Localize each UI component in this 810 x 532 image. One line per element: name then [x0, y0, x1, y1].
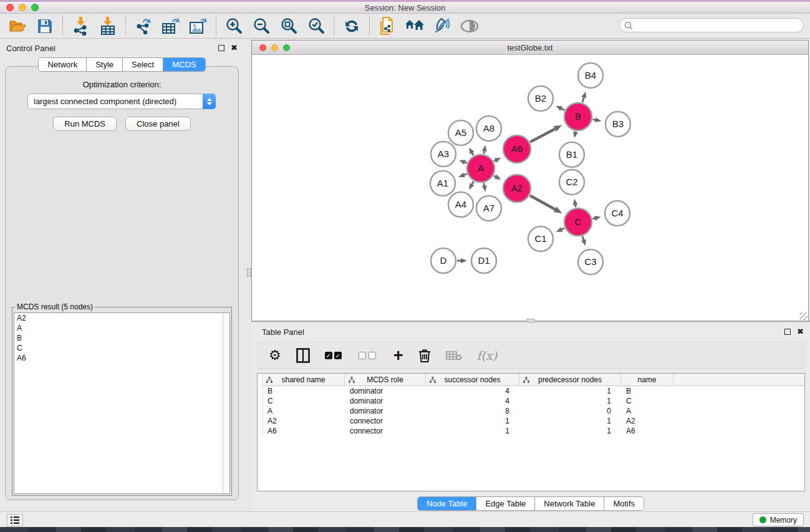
graph-node-C2[interactable]: C2: [559, 170, 584, 195]
graph-node-D[interactable]: D: [431, 248, 456, 273]
mcds-result-list[interactable]: A2ABCA6: [14, 312, 230, 494]
table-cell[interactable]: 1: [519, 416, 621, 426]
tab-select[interactable]: Select: [123, 58, 163, 71]
table-cell[interactable]: 8: [426, 406, 519, 416]
graph-node-A[interactable]: A: [467, 155, 494, 182]
table-cell[interactable]: 1: [519, 396, 621, 406]
task-history-button[interactable]: [7, 514, 23, 526]
close-panel-icon[interactable]: ✖: [231, 45, 238, 51]
zoom-fit-icon[interactable]: [279, 16, 299, 36]
select-all-columns-icon[interactable]: ✓✓: [325, 346, 344, 365]
tab-node-table[interactable]: Node Table: [418, 497, 477, 510]
table-cell[interactable]: 1: [426, 426, 519, 436]
table-cell[interactable]: B: [263, 386, 345, 396]
table-row[interactable]: Bdominator41B: [258, 386, 804, 396]
float-panel-icon[interactable]: [218, 45, 224, 51]
table-cell[interactable]: dominator: [345, 406, 426, 416]
import-network-icon[interactable]: [70, 16, 90, 36]
graph-node-C[interactable]: C: [564, 208, 592, 236]
column-header-name[interactable]: name: [621, 374, 673, 386]
table-cell[interactable]: connector: [345, 416, 426, 426]
result-list-item[interactable]: B: [14, 333, 229, 343]
zoom-out-icon[interactable]: [251, 16, 271, 36]
table-cell[interactable]: 1: [426, 416, 519, 426]
tab-mcds[interactable]: MCDS: [163, 58, 205, 71]
table-cell[interactable]: A2: [263, 416, 345, 426]
float-table-panel-icon[interactable]: [784, 329, 791, 335]
tab-network[interactable]: Network: [39, 58, 87, 71]
result-list-item[interactable]: A2: [14, 313, 229, 323]
table-row[interactable]: A2connector11A2: [258, 416, 804, 426]
tab-network-table[interactable]: Network Table: [535, 497, 604, 510]
refresh-layout-icon[interactable]: [342, 16, 362, 36]
table-row[interactable]: Adominator80A: [258, 406, 804, 416]
delete-table-icon[interactable]: [446, 346, 462, 365]
table-row[interactable]: A6connector11A6: [258, 426, 804, 436]
graph-node-A2[interactable]: A2: [503, 175, 531, 202]
table-settings-gear-icon[interactable]: ⚙: [269, 346, 281, 365]
table-cell[interactable]: connector: [345, 426, 426, 436]
memory-button[interactable]: Memory: [753, 513, 804, 526]
result-list-scrollbar[interactable]: [223, 313, 229, 493]
criterion-dropdown[interactable]: largest connected component (directed): [27, 94, 216, 109]
show-columns-icon[interactable]: [296, 346, 310, 365]
table-cell[interactable]: C: [263, 396, 345, 406]
table-cell[interactable]: B: [621, 386, 673, 396]
table-cell[interactable]: A6: [263, 426, 345, 436]
graph-node-B3[interactable]: B3: [605, 112, 630, 137]
graph-node-C3[interactable]: C3: [578, 249, 603, 274]
network-window-titlebar[interactable]: testGlobe.txt: [252, 41, 808, 55]
column-header-successor-nodes[interactable]: successor nodes: [426, 374, 519, 386]
table-cell[interactable]: A2: [621, 416, 673, 426]
add-column-icon[interactable]: +: [393, 346, 403, 365]
table-cell[interactable]: A: [621, 406, 673, 416]
graph-node-A5[interactable]: A5: [448, 120, 473, 145]
open-session-icon[interactable]: [7, 16, 27, 36]
result-list-item[interactable]: C: [14, 343, 229, 353]
table-row[interactable]: Cdominator41C: [258, 396, 804, 406]
graph-node-C4[interactable]: C4: [605, 201, 630, 226]
tab-edge-table[interactable]: Edge Table: [476, 497, 535, 510]
search-field[interactable]: [619, 18, 804, 32]
save-session-icon[interactable]: [35, 16, 55, 36]
graph-node-B[interactable]: B: [564, 103, 592, 130]
export-network-icon[interactable]: [133, 16, 153, 36]
table-cell[interactable]: 1: [519, 386, 621, 396]
close-table-panel-icon[interactable]: ✖: [797, 329, 804, 335]
table-cell[interactable]: 4: [426, 396, 519, 406]
graph-node-A6[interactable]: A6: [503, 135, 531, 163]
table-cell[interactable]: 1: [519, 426, 621, 436]
graph-node-D1[interactable]: D1: [471, 248, 496, 273]
graph-node-A3[interactable]: A3: [431, 142, 456, 167]
delete-column-icon[interactable]: [418, 346, 431, 365]
graph-node-A4[interactable]: A4: [448, 192, 473, 217]
graph-node-C1[interactable]: C1: [528, 226, 553, 251]
column-header-shared-name[interactable]: shared name: [263, 374, 345, 386]
export-image-icon[interactable]: [188, 16, 208, 36]
table-cell[interactable]: A6: [621, 426, 673, 436]
window-resize-grip[interactable]: [800, 312, 808, 320]
tab-motifs[interactable]: Motifs: [604, 497, 644, 510]
table-cell[interactable]: A: [263, 406, 345, 416]
clone-network-icon[interactable]: [377, 16, 397, 36]
result-list-item[interactable]: A: [14, 323, 229, 333]
tab-style[interactable]: Style: [87, 58, 123, 71]
show-hide-icon[interactable]: [460, 16, 480, 36]
network-canvas[interactable]: B4B2BB3B1A5A8A6A3AA1A2C2A4A7CC4C1C3DD1: [252, 55, 808, 321]
graph-node-A7[interactable]: A7: [476, 196, 501, 221]
node-table[interactable]: shared nameMCDS rolesuccessor nodesprede…: [257, 373, 805, 491]
table-cell[interactable]: dominator: [345, 396, 426, 406]
horizontal-divider-handle[interactable]: [526, 319, 535, 323]
table-cell[interactable]: 4: [426, 386, 519, 396]
column-header-MCDS-role[interactable]: MCDS role: [345, 374, 426, 386]
home-icon[interactable]: [405, 16, 425, 36]
graph-node-B1[interactable]: B1: [559, 142, 584, 167]
table-cell[interactable]: C: [621, 396, 673, 406]
graph-node-B2[interactable]: B2: [528, 86, 553, 111]
import-table-icon[interactable]: [98, 16, 118, 36]
deselect-all-columns-icon[interactable]: [359, 346, 378, 365]
run-mcds-button[interactable]: Run MCDS: [53, 117, 117, 131]
table-cell[interactable]: dominator: [345, 386, 426, 396]
graph-node-A8[interactable]: A8: [476, 116, 501, 141]
zoom-selected-icon[interactable]: [306, 16, 326, 36]
